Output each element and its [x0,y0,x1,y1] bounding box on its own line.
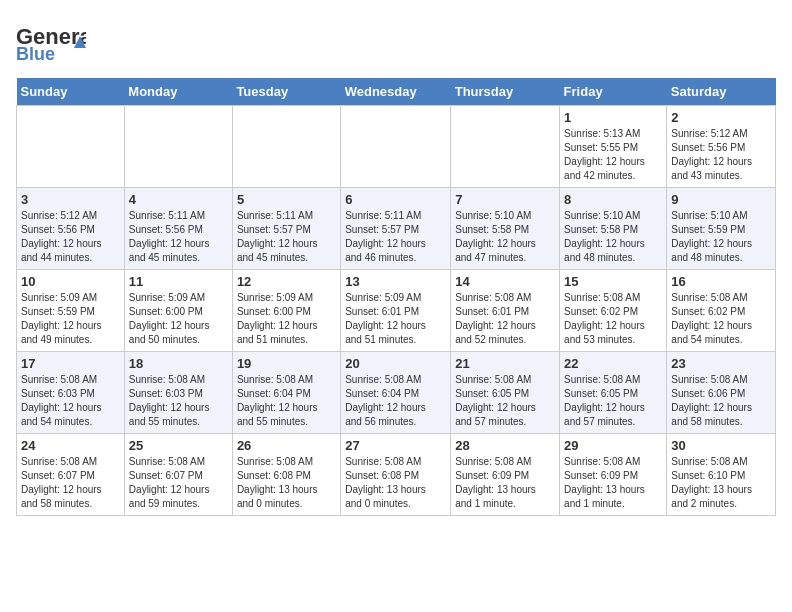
day-number: 19 [237,356,336,371]
calendar-cell: 8Sunrise: 5:10 AMSunset: 5:58 PMDaylight… [560,188,667,270]
day-number: 21 [455,356,555,371]
calendar-cell: 22Sunrise: 5:08 AMSunset: 6:05 PMDayligh… [560,352,667,434]
calendar-cell: 2Sunrise: 5:12 AMSunset: 5:56 PMDaylight… [667,106,776,188]
day-number: 23 [671,356,771,371]
day-info: Sunrise: 5:08 AMSunset: 6:02 PMDaylight:… [671,291,771,347]
day-number: 18 [129,356,228,371]
day-number: 14 [455,274,555,289]
day-info: Sunrise: 5:08 AMSunset: 6:10 PMDaylight:… [671,455,771,511]
day-info: Sunrise: 5:12 AMSunset: 5:56 PMDaylight:… [21,209,120,265]
calendar-cell: 25Sunrise: 5:08 AMSunset: 6:07 PMDayligh… [124,434,232,516]
svg-text:Blue: Blue [16,44,55,64]
day-number: 24 [21,438,120,453]
calendar-cell: 13Sunrise: 5:09 AMSunset: 6:01 PMDayligh… [341,270,451,352]
day-number: 10 [21,274,120,289]
day-info: Sunrise: 5:13 AMSunset: 5:55 PMDaylight:… [564,127,662,183]
day-header: Sunday [17,78,125,106]
day-number: 2 [671,110,771,125]
calendar-cell: 21Sunrise: 5:08 AMSunset: 6:05 PMDayligh… [451,352,560,434]
day-header: Monday [124,78,232,106]
calendar-cell: 29Sunrise: 5:08 AMSunset: 6:09 PMDayligh… [560,434,667,516]
day-number: 5 [237,192,336,207]
day-info: Sunrise: 5:11 AMSunset: 5:57 PMDaylight:… [237,209,336,265]
calendar-cell [341,106,451,188]
day-number: 29 [564,438,662,453]
day-info: Sunrise: 5:08 AMSunset: 6:09 PMDaylight:… [455,455,555,511]
day-number: 28 [455,438,555,453]
calendar-cell: 11Sunrise: 5:09 AMSunset: 6:00 PMDayligh… [124,270,232,352]
day-info: Sunrise: 5:09 AMSunset: 6:00 PMDaylight:… [237,291,336,347]
day-info: Sunrise: 5:12 AMSunset: 5:56 PMDaylight:… [671,127,771,183]
calendar-cell [124,106,232,188]
day-header: Thursday [451,78,560,106]
calendar-cell: 23Sunrise: 5:08 AMSunset: 6:06 PMDayligh… [667,352,776,434]
day-number: 4 [129,192,228,207]
calendar-cell: 30Sunrise: 5:08 AMSunset: 6:10 PMDayligh… [667,434,776,516]
calendar-cell: 18Sunrise: 5:08 AMSunset: 6:03 PMDayligh… [124,352,232,434]
logo: General Blue [16,16,86,66]
calendar-cell: 19Sunrise: 5:08 AMSunset: 6:04 PMDayligh… [232,352,340,434]
calendar-cell: 9Sunrise: 5:10 AMSunset: 5:59 PMDaylight… [667,188,776,270]
day-number: 3 [21,192,120,207]
day-number: 30 [671,438,771,453]
day-header: Wednesday [341,78,451,106]
calendar-table: SundayMondayTuesdayWednesdayThursdayFrid… [16,78,776,516]
day-number: 22 [564,356,662,371]
day-number: 26 [237,438,336,453]
day-info: Sunrise: 5:08 AMSunset: 6:04 PMDaylight:… [345,373,446,429]
day-number: 17 [21,356,120,371]
day-number: 25 [129,438,228,453]
calendar-cell: 16Sunrise: 5:08 AMSunset: 6:02 PMDayligh… [667,270,776,352]
calendar-cell [451,106,560,188]
day-info: Sunrise: 5:09 AMSunset: 6:00 PMDaylight:… [129,291,228,347]
day-info: Sunrise: 5:08 AMSunset: 6:02 PMDaylight:… [564,291,662,347]
day-info: Sunrise: 5:09 AMSunset: 6:01 PMDaylight:… [345,291,446,347]
day-info: Sunrise: 5:09 AMSunset: 5:59 PMDaylight:… [21,291,120,347]
day-number: 16 [671,274,771,289]
day-number: 13 [345,274,446,289]
day-number: 15 [564,274,662,289]
day-info: Sunrise: 5:08 AMSunset: 6:03 PMDaylight:… [21,373,120,429]
calendar-cell: 7Sunrise: 5:10 AMSunset: 5:58 PMDaylight… [451,188,560,270]
day-number: 9 [671,192,771,207]
calendar-cell: 5Sunrise: 5:11 AMSunset: 5:57 PMDaylight… [232,188,340,270]
day-info: Sunrise: 5:08 AMSunset: 6:04 PMDaylight:… [237,373,336,429]
day-info: Sunrise: 5:08 AMSunset: 6:07 PMDaylight:… [21,455,120,511]
day-info: Sunrise: 5:08 AMSunset: 6:01 PMDaylight:… [455,291,555,347]
day-number: 8 [564,192,662,207]
day-info: Sunrise: 5:10 AMSunset: 5:59 PMDaylight:… [671,209,771,265]
calendar-cell: 17Sunrise: 5:08 AMSunset: 6:03 PMDayligh… [17,352,125,434]
day-info: Sunrise: 5:08 AMSunset: 6:08 PMDaylight:… [237,455,336,511]
calendar-cell: 24Sunrise: 5:08 AMSunset: 6:07 PMDayligh… [17,434,125,516]
day-info: Sunrise: 5:08 AMSunset: 6:05 PMDaylight:… [455,373,555,429]
day-info: Sunrise: 5:08 AMSunset: 6:03 PMDaylight:… [129,373,228,429]
day-info: Sunrise: 5:08 AMSunset: 6:06 PMDaylight:… [671,373,771,429]
day-info: Sunrise: 5:11 AMSunset: 5:56 PMDaylight:… [129,209,228,265]
day-info: Sunrise: 5:08 AMSunset: 6:09 PMDaylight:… [564,455,662,511]
day-info: Sunrise: 5:08 AMSunset: 6:05 PMDaylight:… [564,373,662,429]
day-number: 27 [345,438,446,453]
day-info: Sunrise: 5:08 AMSunset: 6:07 PMDaylight:… [129,455,228,511]
day-number: 7 [455,192,555,207]
calendar-cell: 3Sunrise: 5:12 AMSunset: 5:56 PMDaylight… [17,188,125,270]
day-number: 6 [345,192,446,207]
calendar-cell: 6Sunrise: 5:11 AMSunset: 5:57 PMDaylight… [341,188,451,270]
page-header: General Blue [16,16,776,66]
calendar-cell: 10Sunrise: 5:09 AMSunset: 5:59 PMDayligh… [17,270,125,352]
calendar-cell: 14Sunrise: 5:08 AMSunset: 6:01 PMDayligh… [451,270,560,352]
day-header: Friday [560,78,667,106]
day-number: 1 [564,110,662,125]
calendar-cell: 26Sunrise: 5:08 AMSunset: 6:08 PMDayligh… [232,434,340,516]
calendar-cell [232,106,340,188]
day-info: Sunrise: 5:11 AMSunset: 5:57 PMDaylight:… [345,209,446,265]
calendar-cell: 27Sunrise: 5:08 AMSunset: 6:08 PMDayligh… [341,434,451,516]
calendar-cell: 1Sunrise: 5:13 AMSunset: 5:55 PMDaylight… [560,106,667,188]
calendar-cell: 15Sunrise: 5:08 AMSunset: 6:02 PMDayligh… [560,270,667,352]
calendar-cell: 12Sunrise: 5:09 AMSunset: 6:00 PMDayligh… [232,270,340,352]
calendar-cell: 28Sunrise: 5:08 AMSunset: 6:09 PMDayligh… [451,434,560,516]
day-info: Sunrise: 5:08 AMSunset: 6:08 PMDaylight:… [345,455,446,511]
day-header: Tuesday [232,78,340,106]
day-info: Sunrise: 5:10 AMSunset: 5:58 PMDaylight:… [455,209,555,265]
day-header: Saturday [667,78,776,106]
day-number: 20 [345,356,446,371]
